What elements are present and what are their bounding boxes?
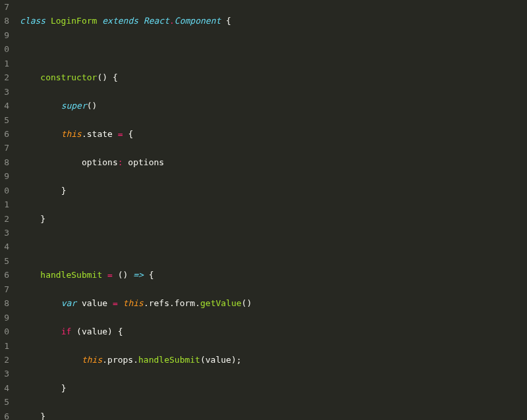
code-content[interactable]: class LoginForm extends React.Component … xyxy=(13,0,453,420)
code-line[interactable]: handleSubmit = () => { xyxy=(20,268,453,282)
code-line[interactable]: options: options xyxy=(20,155,453,169)
code-line[interactable]: this.state = { xyxy=(20,127,453,141)
code-line[interactable]: if (value) { xyxy=(20,325,453,338)
code-line[interactable]: } xyxy=(20,184,453,197)
code-line[interactable]: } xyxy=(20,381,453,395)
code-line[interactable]: } xyxy=(20,409,453,420)
code-line[interactable] xyxy=(20,240,453,253)
code-line[interactable]: this.props.handleSubmit(value); xyxy=(20,353,453,367)
code-line[interactable]: var value = this.refs.form.getValue() xyxy=(20,296,453,310)
code-line[interactable]: class LoginForm extends React.Component … xyxy=(20,14,453,28)
code-line[interactable] xyxy=(20,42,453,56)
code-line[interactable]: constructor() { xyxy=(20,70,453,84)
code-line[interactable]: } xyxy=(20,212,453,226)
code-editor[interactable]: 789012345678901234567890123456789012345 … xyxy=(0,0,527,420)
code-line[interactable]: super() xyxy=(20,99,453,113)
line-number-gutter: 789012345678901234567890123456789012345 xyxy=(0,0,13,420)
